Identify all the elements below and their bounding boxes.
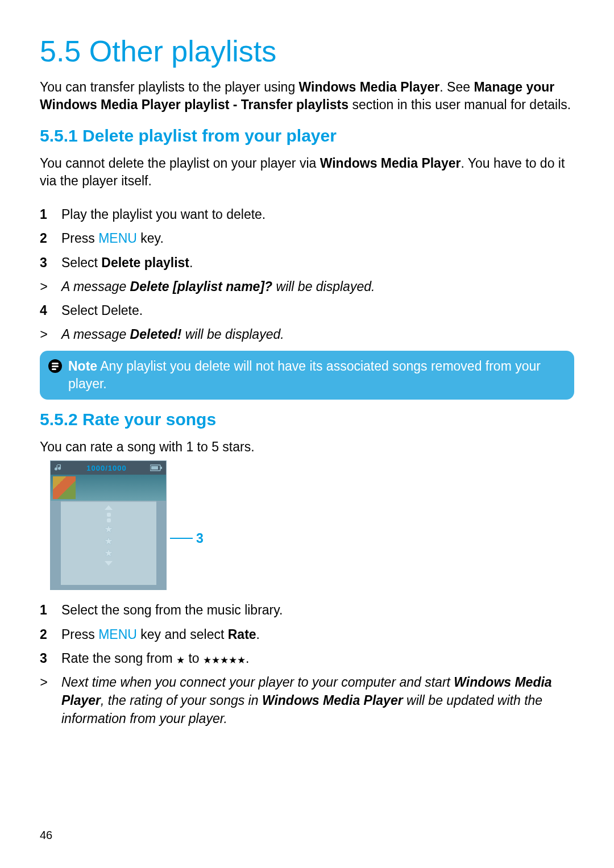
chevron-down-icon	[105, 561, 113, 566]
subsection-heading-delete: 5.5.1 Delete playlist from your player	[40, 126, 574, 146]
player-screenshot: 1000/1000 ★ ★ ★	[50, 460, 167, 590]
section-title-text: Other playlists	[89, 35, 276, 68]
rate-step-3: 3 Rate the song from ★ to ★★★★★.	[40, 646, 574, 670]
svg-rect-5	[160, 467, 162, 469]
player-rate-panel: ★ ★ ★	[61, 501, 156, 585]
player-album-art	[53, 476, 76, 499]
rate-star-option: ★	[61, 536, 156, 546]
chevron-up-icon	[105, 505, 113, 510]
rate-star-option: ★	[61, 524, 156, 534]
player-statusbar: 1000/1000	[51, 461, 166, 475]
manual-page: 5.5 Other playlists You can transfer pla…	[0, 0, 614, 868]
figure-callout-number: 3	[196, 531, 204, 546]
menu-key-text: MENU	[98, 627, 137, 642]
menu-key-text: MENU	[98, 231, 137, 246]
star-icon: ★	[176, 655, 185, 666]
rate-option-dot	[107, 513, 111, 517]
rate-step-1: 1 Select the song from the music library…	[40, 598, 574, 622]
delete-steps-list: 1 Play the playlist you want to delete. …	[40, 202, 574, 346]
step-4: 4 Select Delete.	[40, 298, 574, 322]
note-body: Any playlist you delete will not have it…	[68, 359, 541, 391]
subsection-intro-rate: You can rate a song with 1 to 5 stars.	[40, 438, 574, 456]
rate-step-2: 2 Press MENU key and select Rate.	[40, 622, 574, 646]
figure-callout-line	[170, 538, 193, 539]
step-3: 3 Select Delete playlist.	[40, 251, 574, 275]
step-1: 1 Play the playlist you want to delete.	[40, 202, 574, 226]
svg-rect-1	[52, 363, 59, 364]
result-message-2: > A message Deleted! will be displayed.	[40, 322, 574, 346]
rate-figure: 1000/1000 ★ ★ ★	[50, 460, 574, 590]
music-note-icon	[54, 463, 63, 472]
section-heading: 5.5 Other playlists	[40, 34, 574, 68]
svg-rect-2	[52, 366, 59, 367]
battery-icon	[150, 464, 163, 471]
section-intro: You can transfer playlists to the player…	[40, 78, 574, 114]
player-track-counter: 1000/1000	[86, 464, 126, 472]
note-icon	[48, 359, 63, 393]
svg-rect-6	[151, 466, 158, 470]
player-album-strip	[51, 475, 166, 501]
rate-steps-list: 1 Select the song from the music library…	[40, 598, 574, 730]
page-number: 46	[40, 829, 52, 842]
subsection-intro-delete: You cannot delete the playlist on your p…	[40, 155, 574, 190]
result-message-1: > A message Delete [playlist name]? will…	[40, 275, 574, 298]
rate-star-option: ★	[61, 548, 156, 558]
subsection-heading-rate: 5.5.2 Rate your songs	[40, 410, 574, 429]
svg-rect-3	[52, 368, 56, 370]
five-star-icon: ★★★★★	[203, 655, 246, 666]
step-2: 2 Press MENU key.	[40, 226, 574, 250]
note-box: Note Any playlist you delete will not ha…	[40, 351, 574, 400]
section-number: 5.5	[40, 35, 81, 68]
rate-result: > Next time when you connect your player…	[40, 670, 574, 731]
note-label: Note	[68, 359, 97, 373]
rate-option-dot	[107, 518, 111, 522]
